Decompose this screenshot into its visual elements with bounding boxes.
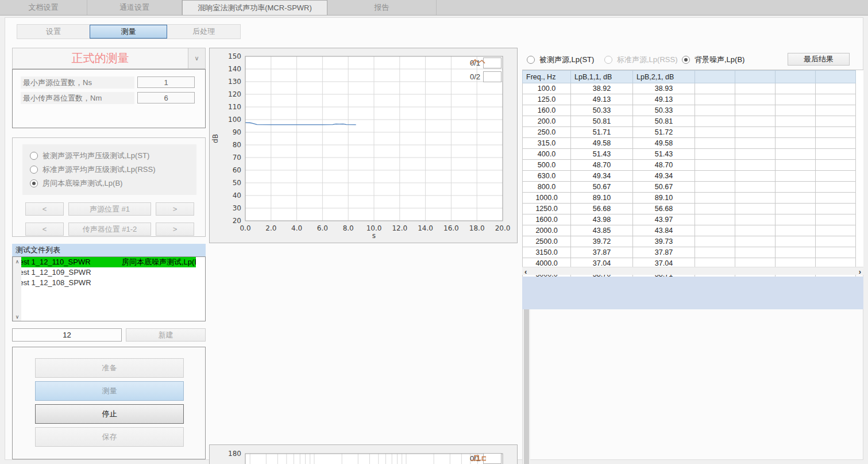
line-series-icon[interactable]	[483, 71, 501, 82]
table-cell-empty[interactable]	[735, 127, 776, 138]
file-list[interactable]: Test 1_12_110_SPWR 房间本底噪声测试,Lp(B) Test 1…	[12, 256, 206, 321]
table-cell-empty[interactable]	[776, 149, 816, 160]
table-cell-empty[interactable]	[816, 247, 856, 258]
prepare-button[interactable]: 准备	[35, 358, 184, 378]
table-cell-empty[interactable]	[816, 236, 856, 247]
table-cell-empty[interactable]	[735, 236, 776, 247]
table-cell[interactable]: 49.58	[571, 138, 633, 149]
table-cell-empty[interactable]	[816, 138, 856, 149]
table-row[interactable]: 2500.039.7239.73	[523, 236, 856, 247]
source-pos-next-button[interactable]: >	[156, 202, 194, 216]
table-cell[interactable]: 3150.0	[523, 247, 571, 258]
table-cell-empty[interactable]	[776, 204, 816, 214]
table-cell[interactable]: 39.73	[633, 236, 695, 247]
table-cell[interactable]: 2500.0	[523, 236, 571, 247]
table-cell[interactable]: 49.34	[571, 171, 633, 182]
table-cell-empty[interactable]	[776, 247, 816, 258]
file-list-scrollbar[interactable]: ∧ ∨	[13, 257, 21, 321]
col-freq[interactable]: Freq., Hz	[523, 71, 571, 83]
measure-button[interactable]: 测量	[35, 381, 184, 401]
table-cell-empty[interactable]	[695, 149, 735, 160]
table-cell-empty[interactable]	[776, 160, 816, 171]
table-cell-empty[interactable]	[695, 182, 735, 193]
table-cell[interactable]: 51.71	[571, 127, 633, 138]
table-cell[interactable]: 49.58	[633, 138, 695, 149]
file-count-button[interactable]: 12	[12, 328, 122, 342]
table-cell-empty[interactable]	[695, 116, 735, 127]
table-cell[interactable]: 1000.0	[523, 193, 571, 204]
table-cell-empty[interactable]	[776, 171, 816, 182]
table-row[interactable]: 500.048.7048.70	[523, 160, 856, 171]
table-cell-empty[interactable]	[776, 94, 816, 105]
table-cell-empty[interactable]	[695, 94, 735, 105]
table-cell[interactable]: 49.13	[633, 94, 695, 105]
table-cell-empty[interactable]	[735, 225, 776, 236]
scrollbar-thumb[interactable]	[524, 300, 529, 464]
tab-report[interactable]: 报告	[327, 0, 437, 15]
table-cell[interactable]: 48.70	[571, 160, 633, 171]
table-cell-empty[interactable]	[735, 182, 776, 193]
subtab-setup[interactable]: 设置	[17, 25, 90, 39]
table-cell-empty[interactable]	[776, 127, 816, 138]
table-cell[interactable]: 160.0	[523, 105, 571, 116]
table-cell-empty[interactable]	[695, 105, 735, 116]
table-cell[interactable]: 1250.0	[523, 204, 571, 214]
table-cell-empty[interactable]	[735, 138, 776, 149]
table-row[interactable]: 2000.043.8543.84	[523, 225, 856, 236]
table-cell[interactable]: 43.84	[633, 225, 695, 236]
stop-button[interactable]: 停止	[35, 404, 184, 424]
source-pos-prev-button[interactable]: <	[25, 202, 64, 216]
table-cell-empty[interactable]	[816, 83, 856, 94]
result-radio-lp-b[interactable]: 背景噪声,Lp(B)	[682, 55, 744, 65]
new-file-button[interactable]: 新建	[126, 328, 206, 342]
table-row[interactable]: 3150.037.8737.87	[523, 247, 856, 258]
table-cell-empty[interactable]	[816, 214, 856, 225]
table-cell-empty[interactable]	[735, 160, 776, 171]
table-cell-empty[interactable]	[816, 149, 856, 160]
scroll-left-icon[interactable]: ‹	[524, 267, 527, 275]
table-cell[interactable]: 50.81	[571, 116, 633, 127]
file-list-item-selected[interactable]: Test 1_12_110_SPWR 房间本底噪声测试,Lp(B)	[13, 257, 196, 267]
table-row[interactable]: 125.049.1349.13	[523, 94, 856, 105]
table-cell[interactable]: 89.10	[571, 193, 633, 204]
table-cell[interactable]: 50.67	[571, 182, 633, 193]
table-row[interactable]: 1600.043.9843.97	[523, 214, 856, 225]
table-row[interactable]: 800.050.6750.67	[523, 182, 856, 193]
table-cell-empty[interactable]	[695, 225, 735, 236]
table-cell-empty[interactable]	[816, 193, 856, 204]
table-cell[interactable]: 800.0	[523, 182, 571, 193]
table-cell-empty[interactable]	[735, 116, 776, 127]
table-cell[interactable]: 43.97	[633, 214, 695, 225]
table-cell[interactable]: 50.33	[571, 105, 633, 116]
result-radio-lp-rss[interactable]: 标准声源,Lp(RSS)	[604, 55, 677, 65]
table-cell[interactable]: 43.98	[571, 214, 633, 225]
table-cell-empty[interactable]	[695, 204, 735, 214]
table-row[interactable]: 630.049.3449.34	[523, 171, 856, 182]
table-cell-empty[interactable]	[695, 138, 735, 149]
mic-pos-button[interactable]: 传声器位置 #1-2	[68, 223, 151, 236]
table-row[interactable]: 160.050.3350.33	[523, 105, 856, 116]
tab-document-settings[interactable]: 文档设置	[0, 0, 87, 15]
scroll-up-icon[interactable]: ∧	[13, 257, 21, 266]
table-row[interactable]: 1000.089.1089.10	[523, 193, 856, 204]
table-cell[interactable]: 51.43	[633, 149, 695, 160]
table-cell-empty[interactable]	[695, 214, 735, 225]
table-cell-empty[interactable]	[735, 171, 776, 182]
table-cell[interactable]: 48.70	[633, 160, 695, 171]
table-cell-empty[interactable]	[735, 204, 776, 214]
tab-mcr-spwr[interactable]: 混响室法测试声功率(MCR-SPWR)	[182, 0, 327, 15]
table-cell-empty[interactable]	[816, 116, 856, 127]
table-cell-empty[interactable]	[816, 94, 856, 105]
table-cell[interactable]: 1600.0	[523, 214, 571, 225]
table-cell-empty[interactable]	[735, 247, 776, 258]
table-cell-empty[interactable]	[735, 214, 776, 225]
table-cell[interactable]: 500.0	[523, 160, 571, 171]
table-cell-empty[interactable]	[816, 182, 856, 193]
table-cell-empty[interactable]	[776, 214, 816, 225]
tab-channel-settings[interactable]: 通道设置	[87, 0, 182, 15]
nm-value[interactable]: 6	[137, 92, 195, 103]
table-cell-empty[interactable]	[776, 138, 816, 149]
table-cell[interactable]: 100.0	[523, 83, 571, 94]
save-button[interactable]: 保存	[35, 427, 184, 447]
table-cell-empty[interactable]	[816, 160, 856, 171]
